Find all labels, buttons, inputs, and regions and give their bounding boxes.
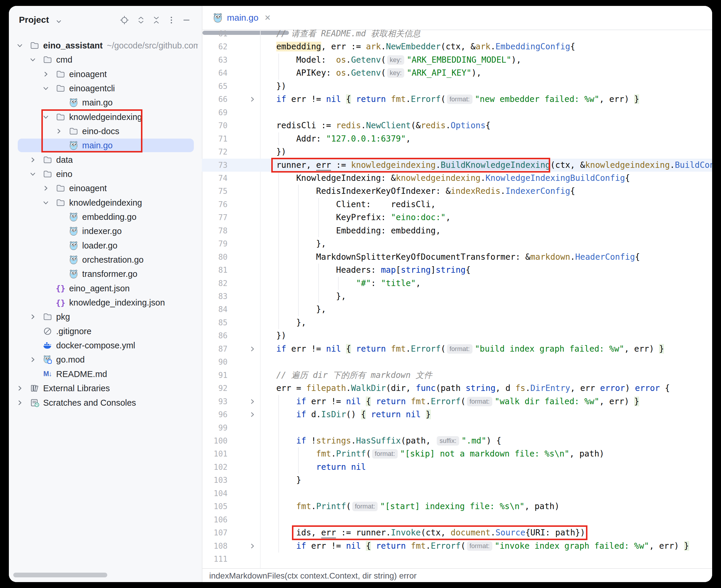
line-number: 92 (202, 382, 228, 395)
code-text: return nil (276, 461, 366, 474)
code-text: redisCli := redis.NewClient(&redis.Optio… (276, 119, 490, 132)
line-number: 87 (202, 342, 228, 355)
indent-guide (278, 172, 279, 329)
code-text: embedding, err := ark.NewEmbedder(ctx, &… (276, 40, 575, 53)
code-line-61[interactable]: 61// 请查看 README.md 获取相关信息 (202, 27, 712, 40)
line-number: 65 (202, 80, 228, 93)
inlay-hint: format: (447, 344, 472, 354)
line-number: 96 (202, 408, 228, 421)
code-text: if err != nil { return fmt.Errorf(format… (276, 540, 689, 552)
code-text: KnowledgeIndexing: &knowledgeindexing.Kn… (276, 172, 630, 185)
line-number: 69 (202, 106, 228, 119)
code-text: // 请查看 README.md 获取相关信息 (276, 27, 421, 40)
fold-arrow-icon[interactable] (249, 543, 256, 549)
inlay-hint: format: (467, 397, 492, 406)
inlay-hint: key: (387, 68, 404, 78)
indent-guide (298, 185, 299, 316)
code-text: Addr: "127.0.0.1:6379", (276, 132, 411, 145)
line-number: 82 (202, 277, 228, 290)
code-text: if err != nil { return fmt.Errorf(format… (276, 93, 639, 106)
code-text: fmt.Printf(format:"[skip] not a markdown… (276, 447, 604, 460)
line-number: 102 (202, 461, 228, 474)
inlay-hint: format: (467, 541, 492, 551)
line-number: 93 (202, 395, 228, 408)
annotation-box-build-knowledge-indexing-call (271, 158, 550, 172)
inlay-hint: format: (447, 94, 472, 104)
code-text: if err != nil { return fmt.Errorf(format… (276, 395, 639, 408)
indent-guide (318, 198, 319, 237)
code-text: if !strings.HasSuffix(path, suffix:".md"… (276, 434, 501, 447)
code-text: }, (276, 290, 346, 303)
code-line-87[interactable]: 87if err != nil { return fmt.Errorf(form… (202, 342, 712, 355)
annotation-box-runner-invoke-call (292, 525, 588, 540)
code-text: Client: redisCli, (276, 198, 436, 211)
line-number: 80 (202, 251, 228, 264)
code-line-69[interactable]: 69 (202, 106, 712, 119)
inlay-hint: format: (372, 449, 398, 459)
fold-arrow-icon[interactable] (249, 96, 256, 103)
code-line-86[interactable]: 86}) (202, 329, 712, 342)
line-number: 85 (202, 316, 228, 329)
line-number: 104 (202, 487, 228, 500)
code-text: fmt.Printf(format:"[start] indexing file… (276, 500, 559, 513)
status-bar: indexMarkdownFiles(ctx context.Context, … (203, 568, 712, 582)
inlay-hint: suffix: (437, 436, 459, 446)
indent-guide (278, 132, 279, 145)
code-line-72[interactable]: 72}) (202, 145, 712, 159)
code-text: }) (276, 80, 286, 93)
project-panel-horizontal-scrollbar[interactable] (13, 573, 107, 578)
code-text: err = filepath.WalkDir(dir, func(path st… (276, 382, 670, 395)
code-text: KeyPrefix: "eino:doc:", (276, 211, 451, 224)
line-number: 100 (202, 434, 228, 447)
code-text: }) (276, 329, 286, 342)
code-text: APIKey: os.Getenv(key:"ARK_API_KEY"), (276, 66, 481, 80)
indent-guide (318, 264, 319, 303)
ide-window: Project eino_assistant~/gocode/src/githu… (9, 6, 712, 582)
code-line-90[interactable]: 90 (202, 355, 712, 369)
code-text: }, (276, 316, 306, 329)
indent-guide (298, 447, 299, 474)
fold-arrow-icon[interactable] (249, 411, 256, 418)
line-number: 107 (202, 526, 228, 539)
line-number: 86 (202, 329, 228, 342)
line-number: 111 (202, 552, 228, 566)
line-number: 105 (202, 500, 228, 513)
line-number: 61 (202, 27, 228, 40)
code-text: // 遍历 dir 下的所有 markdown 文件 (276, 369, 432, 382)
code-line-70[interactable]: 70redisCli := redis.NewClient(&redis.Opt… (202, 119, 712, 132)
line-number: 83 (202, 290, 228, 303)
line-number: 66 (202, 93, 228, 106)
inlay-hint: key: (387, 55, 404, 65)
code-text: RedisIndexerKeyOfIndexer: &indexRedis.In… (276, 185, 575, 198)
code-text: Model: os.Getenv(key:"ARK_EMBEDDING_MODE… (276, 54, 521, 66)
fold-arrow-icon[interactable] (249, 346, 256, 352)
code-line-111[interactable]: 111 (202, 552, 712, 566)
indent-guide (278, 395, 279, 552)
line-number: 108 (202, 540, 228, 552)
annotation-box-knowledgeindexing-folder-group (41, 109, 143, 152)
line-number: 90 (202, 355, 228, 369)
line-number: 79 (202, 237, 228, 250)
status-bar-context-info: indexMarkdownFiles(ctx context.Context, … (209, 571, 417, 581)
code-editor[interactable]: 61// 请查看 README.md 获取相关信息62embedding, er… (9, 6, 712, 582)
code-line-91[interactable]: 91// 遍历 dir 下的所有 markdown 文件 (202, 369, 712, 382)
code-text: }) (276, 145, 286, 159)
line-number: 77 (202, 211, 228, 224)
line-number: 64 (202, 66, 228, 80)
line-number: 106 (202, 513, 228, 526)
code-text: MarkdownSplitterKeyOfDocumentTransformer… (276, 251, 640, 264)
code-line-92[interactable]: 92err = filepath.WalkDir(dir, func(path … (202, 382, 712, 395)
inlay-hint: format: (352, 502, 378, 511)
fold-arrow-icon[interactable] (249, 398, 256, 405)
code-text: }, (276, 303, 326, 316)
code-line-66[interactable]: 66if err != nil { return fmt.Errorf(form… (202, 93, 712, 106)
line-number: 84 (202, 303, 228, 316)
code-line-65[interactable]: 65}) (202, 80, 712, 93)
line-number: 73 (202, 159, 228, 172)
code-text: if err != nil { return fmt.Errorf(format… (276, 342, 664, 355)
code-line-62[interactable]: 62embedding, err := ark.NewEmbedder(ctx,… (202, 40, 712, 53)
indent-guide (338, 277, 339, 290)
code-text: Headers: map[string]string{ (276, 264, 470, 277)
indent-guide (278, 54, 279, 80)
code-text: }, (276, 237, 326, 250)
